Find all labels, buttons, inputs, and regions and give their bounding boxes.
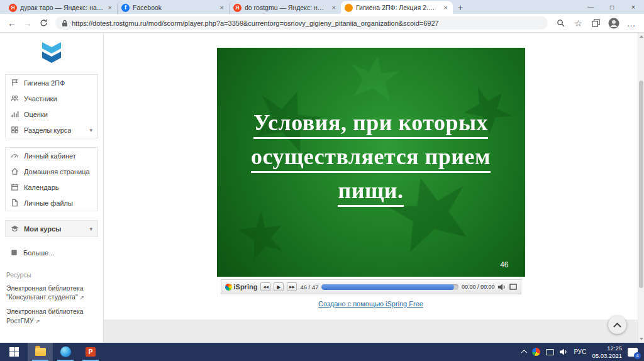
moodle-sidebar: Гигиена 2ПФ Участники Оценки Разделы кур… — [0, 33, 104, 343]
network-icon[interactable] — [546, 349, 554, 355]
tab-close-icon[interactable]: × — [443, 4, 449, 11]
ispring-brand-label: iSpring — [234, 283, 258, 291]
clock-date: 05.03.2021 — [592, 352, 622, 359]
ispring-logo: iSpring — [225, 283, 258, 291]
address-bar[interactable]: https://dotest.rostgmu.ru/mod/scorm/play… — [55, 16, 548, 30]
tab-yandex-search-1[interactable]: Я дурак таро — Яндекс: нашлось × — [5, 1, 117, 14]
resource-link-rostgmu[interactable]: Электронная библиотека РостГМУ ↗ — [0, 304, 103, 327]
external-link-icon: ↗ — [80, 294, 85, 301]
resources-heading: Ресурсы — [6, 272, 97, 279]
sidebar-item-my-courses[interactable]: Мои курсы ▾ — [6, 221, 97, 236]
play-button[interactable]: ▶ — [274, 282, 284, 291]
window-maximize-button[interactable]: □ — [601, 0, 623, 14]
sidebar-item-dashboard[interactable]: Личный кабинет — [6, 148, 97, 164]
tray-browser-icon[interactable] — [532, 348, 540, 356]
page-body: Гигиена 2ПФ Участники Оценки Разделы кур… — [0, 33, 644, 343]
volume-icon[interactable] — [498, 284, 506, 291]
presentation-slide[interactable]: Условия, при которых осуществляется прие… — [217, 48, 525, 277]
progress-bar[interactable] — [321, 284, 458, 290]
vertical-scrollbar[interactable] — [638, 33, 644, 343]
resource-link-label: Электронная библиотека РостГМУ — [6, 308, 84, 324]
profile-avatar[interactable] — [606, 16, 621, 31]
sidebar-item-label: Мои курсы — [24, 225, 61, 233]
favorites-star-icon[interactable]: ☆ — [570, 16, 586, 31]
sidebar-item-participants[interactable]: Участники — [6, 91, 97, 106]
hidden-icons-chevron-icon[interactable] — [521, 350, 528, 356]
window-minimize-button[interactable]: — — [580, 0, 601, 14]
sidebar-item-private-files[interactable]: Личные файлы — [6, 195, 97, 211]
sidebar-item-calendar[interactable]: Календарь — [6, 179, 97, 195]
sidebar-item-home[interactable]: Домашняя страница — [6, 164, 97, 179]
sidebar-item-label: Личные файлы — [24, 199, 73, 207]
taskbar-edge-browser[interactable] — [53, 343, 78, 361]
slide-title-line: осуществляется прием — [251, 144, 491, 173]
refresh-icon — [40, 19, 48, 27]
sidebar-item-grades[interactable]: Оценки — [6, 106, 97, 122]
external-link-icon: ↗ — [35, 318, 40, 325]
slide-counter: 46 / 47 — [300, 284, 318, 291]
my-courses-group: Мои курсы ▾ — [5, 220, 98, 237]
grid-icon — [11, 126, 19, 134]
moodle-favicon-icon — [345, 4, 353, 12]
chevron-up-icon — [613, 323, 621, 331]
forward-button[interactable]: → — [21, 16, 35, 30]
tab-title: Гигиена 2ПФ: Лекция 2.Питани — [356, 4, 440, 11]
scroll-to-top-button[interactable] — [608, 316, 626, 334]
tab-close-icon[interactable]: × — [219, 4, 225, 11]
sidebar-item-course[interactable]: Гигиена 2ПФ — [6, 75, 97, 91]
powerpoint-icon: P — [86, 347, 96, 357]
scrollbar-thumb[interactable] — [639, 81, 643, 288]
dashboard-icon — [11, 152, 19, 160]
tab-title: дурак таро — Яндекс: нашлось — [20, 4, 104, 11]
notification-badge: 4 — [634, 352, 641, 359]
slide-title: Условия, при которых осуществляется прие… — [217, 48, 525, 204]
slide-number: 46 — [500, 260, 508, 269]
resource-link-konsultant[interactable]: Электронная библиотека "Консультант студ… — [0, 280, 103, 304]
taskbar-clock[interactable]: 12:25 05.03.2021 — [592, 345, 622, 359]
collections-icon[interactable] — [588, 16, 604, 31]
ispring-credit-link[interactable]: Создано с помощью iSpring Free — [104, 300, 638, 308]
language-indicator[interactable]: РУС — [574, 348, 586, 355]
tab-facebook[interactable]: f Facebook × — [117, 1, 229, 14]
tab-close-icon[interactable]: × — [331, 4, 337, 11]
taskbar-file-explorer[interactable] — [28, 343, 53, 361]
graduation-cap-icon — [11, 225, 19, 233]
ispring-star-icon — [225, 284, 232, 291]
sidebar-item-label: Разделы курса — [24, 126, 71, 134]
notification-center-icon[interactable]: 4 — [628, 348, 638, 357]
course-menu-group: Гигиена 2ПФ Участники Оценки Разделы кур… — [5, 74, 98, 138]
player-progress-fill — [321, 284, 454, 290]
site-logo[interactable] — [0, 33, 103, 72]
tab-title: Facebook — [133, 4, 216, 11]
new-tab-button[interactable]: + — [453, 1, 468, 14]
sidebar-item-course-sections[interactable]: Разделы курса ▾ — [6, 122, 97, 138]
scorm-player-panel: Условия, при которых осуществляется прие… — [104, 33, 638, 319]
zoom-icon[interactable] — [553, 16, 569, 31]
previous-slide-button[interactable]: ◀◀ — [260, 282, 270, 291]
rostgmu-logo-icon — [37, 40, 66, 65]
tab-close-icon[interactable]: × — [107, 4, 113, 11]
time-display: 00:00 / 00:00 — [462, 284, 495, 290]
window-close-button[interactable]: × — [623, 0, 644, 14]
fullscreen-icon[interactable] — [509, 284, 517, 290]
windows-taskbar: P РУС 12:25 05.03.2021 4 — [0, 343, 644, 361]
refresh-button[interactable] — [36, 16, 50, 30]
tab-yandex-search-2[interactable]: Я do rostgmu — Яндекс: нашлось × — [229, 1, 341, 14]
browser-menu-icon[interactable]: … — [623, 16, 639, 31]
lock-icon — [62, 19, 68, 27]
chevron-down-icon[interactable]: ▾ — [89, 127, 92, 133]
next-slide-button[interactable]: ▶▶ — [287, 282, 297, 291]
box-icon — [10, 248, 18, 257]
file-icon — [11, 199, 19, 207]
browser-window: Я дурак таро — Яндекс: нашлось × f Faceb… — [0, 0, 644, 361]
ispring-player-bar: iSpring ◀◀ ▶ ▶▶ 46 / 47 00:00 / 00:00 — [221, 279, 521, 294]
tab-gigiena-active[interactable]: Гигиена 2ПФ: Лекция 2.Питани × — [341, 1, 453, 14]
tray-volume-icon[interactable] — [560, 348, 568, 355]
yandex-favicon-icon: Я — [233, 4, 242, 12]
clock-time: 12:25 — [592, 345, 622, 352]
start-button[interactable] — [0, 343, 28, 361]
back-button[interactable]: ← — [5, 16, 19, 30]
chevron-down-icon[interactable]: ▾ — [89, 226, 92, 232]
taskbar-powerpoint[interactable]: P — [78, 343, 103, 361]
sidebar-item-more[interactable]: Больше... — [5, 245, 98, 260]
